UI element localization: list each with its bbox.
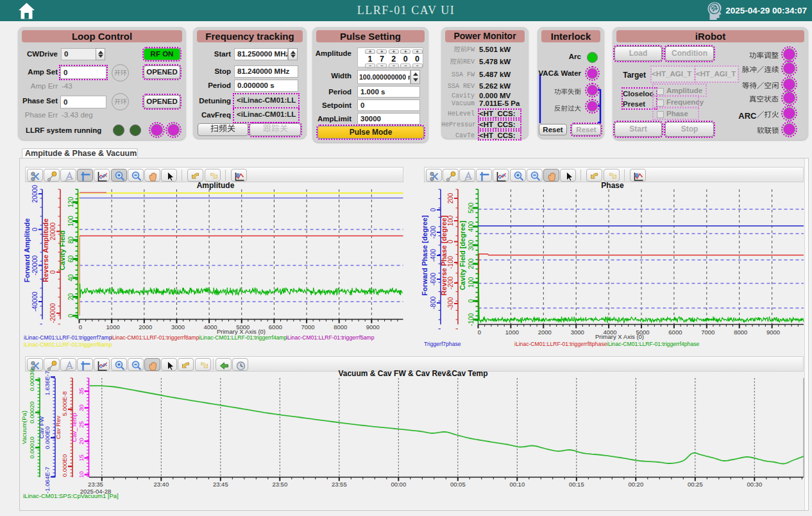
svg-text:-800: -800 bbox=[430, 297, 437, 309]
svg-text:300: 300 bbox=[468, 239, 475, 250]
svg-text:iLinac-CM01:LLRF-01:triggerrf7: iLinac-CM01:LLRF-01:triggerrf7amp bbox=[24, 334, 112, 341]
svg-text:Vacuum & Cav FW & Cav Rev&Cav: Vacuum & Cav FW & Cav Rev&Cav Temp bbox=[338, 369, 487, 378]
svg-text:200: 200 bbox=[468, 258, 475, 269]
svg-text:20000: 20000 bbox=[49, 222, 56, 240]
svg-text:1000: 1000 bbox=[106, 323, 120, 331]
svg-text:00:05: 00:05 bbox=[450, 481, 466, 488]
svg-text:iLinac-CM01:LLRF-01:triggerrf6: iLinac-CM01:LLRF-01:triggerrf6amp bbox=[24, 341, 112, 348]
svg-text:0.000E0: 0.000E0 bbox=[61, 454, 68, 477]
svg-text:00:15: 00:15 bbox=[569, 481, 584, 488]
svg-text:30: 30 bbox=[78, 404, 85, 411]
svg-text:-1.064E-7: -1.064E-7 bbox=[44, 467, 51, 494]
svg-text:iLinac-CM01:LLRF-01:triggerrf8: iLinac-CM01:LLRF-01:triggerrf8phase bbox=[514, 341, 607, 347]
svg-text:400: 400 bbox=[468, 221, 475, 232]
svg-text:iLinac-CM01:LLRF-01:triggerrf4: iLinac-CM01:LLRF-01:triggerrf4phase bbox=[607, 341, 699, 347]
svg-text:23:55: 23:55 bbox=[332, 481, 347, 488]
svg-text:2000: 2000 bbox=[538, 329, 552, 336]
svg-text:-200: -200 bbox=[430, 226, 437, 239]
svg-text:3000: 3000 bbox=[571, 329, 584, 336]
svg-text:25: 25 bbox=[78, 421, 85, 428]
svg-text:23:35: 23:35 bbox=[88, 481, 103, 488]
svg-text:0: 0 bbox=[468, 299, 475, 303]
svg-text:iLinac-CM01:SPS:CpVacuum1 [Pa]: iLinac-CM01:SPS:CpVacuum1 [Pa] bbox=[23, 492, 119, 499]
svg-text:1.636E-7: 1.636E-7 bbox=[44, 371, 51, 396]
svg-text:00:10: 00:10 bbox=[509, 481, 525, 488]
svg-text:-400: -400 bbox=[430, 249, 437, 262]
svg-text:iLinac-CM01:LLRF-01:triggerrf4: iLinac-CM01:LLRF-01:triggerrf4amp bbox=[199, 334, 287, 341]
svg-text:0: 0 bbox=[447, 239, 454, 243]
svg-text:2000: 2000 bbox=[139, 323, 152, 331]
svg-text:0: 0 bbox=[478, 329, 481, 336]
svg-text:7000: 7000 bbox=[301, 323, 314, 331]
svg-text:100: 100 bbox=[447, 215, 454, 226]
svg-text:8000: 8000 bbox=[334, 323, 347, 331]
svg-text:100: 100 bbox=[468, 277, 475, 288]
svg-text:10: 10 bbox=[78, 471, 85, 478]
svg-text:-100: -100 bbox=[447, 256, 454, 269]
svg-text:100: 100 bbox=[67, 216, 74, 227]
svg-text:Cavity Field: Cavity Field bbox=[58, 230, 66, 270]
svg-text:Forward Amplitude: Forward Amplitude bbox=[23, 218, 31, 282]
svg-text:20000: 20000 bbox=[31, 185, 38, 203]
svg-text:00:25: 00:25 bbox=[688, 481, 703, 488]
svg-text:1000: 1000 bbox=[505, 329, 519, 336]
svg-text:9000: 9000 bbox=[766, 329, 780, 336]
svg-text:0: 0 bbox=[49, 270, 56, 274]
svg-text:Phase: Phase bbox=[601, 181, 624, 190]
svg-text:0.00010: 0.00010 bbox=[28, 436, 35, 458]
svg-text:8000: 8000 bbox=[734, 329, 747, 336]
svg-text:iLinac-CM01:LLRF-01:triggerrf8: iLinac-CM01:LLRF-01:triggerrf8amp bbox=[111, 334, 199, 341]
svg-text:Triggerf7phase: Triggerf7phase bbox=[424, 341, 461, 347]
svg-text:7000: 7000 bbox=[701, 329, 715, 336]
svg-text:Reverse Phase [degree]: Reverse Phase [degree] bbox=[440, 215, 448, 295]
svg-text:-200: -200 bbox=[447, 277, 454, 289]
svg-text:20: 20 bbox=[67, 293, 74, 301]
svg-text:35: 35 bbox=[78, 388, 85, 395]
svg-text:0: 0 bbox=[67, 314, 74, 318]
svg-text:Cavity Field [degree]: Cavity Field [degree] bbox=[459, 221, 466, 291]
svg-text:Cav_Temp: Cav_Temp bbox=[71, 413, 78, 442]
svg-text:40: 40 bbox=[67, 274, 74, 282]
svg-text:20: 20 bbox=[78, 438, 85, 445]
svg-text:00:30: 00:30 bbox=[747, 481, 762, 488]
svg-text:00:00: 00:00 bbox=[391, 481, 406, 488]
svg-text:Amplitude: Amplitude bbox=[197, 181, 235, 190]
svg-text:5.000E-8: 5.000E-8 bbox=[61, 391, 68, 417]
svg-text:200: 200 bbox=[447, 193, 454, 203]
svg-text:0: 0 bbox=[430, 208, 437, 212]
svg-text:Cav Rev: Cav Rev bbox=[55, 416, 62, 440]
svg-text:0: 0 bbox=[31, 227, 38, 231]
svg-text:iLinac-CM01:LLRF-01:triggerrf5: iLinac-CM01:LLRF-01:triggerrf5amp bbox=[286, 334, 375, 341]
svg-text:-100: -100 bbox=[468, 313, 475, 326]
svg-text:23:40: 23:40 bbox=[153, 481, 169, 488]
svg-text:-20000: -20000 bbox=[49, 303, 56, 323]
svg-text:0.00030: 0.00030 bbox=[28, 369, 35, 391]
svg-text:-20000: -20000 bbox=[31, 255, 38, 275]
svg-text:Forward Phase [degree]: Forward Phase [degree] bbox=[421, 215, 428, 296]
svg-text:3000: 3000 bbox=[171, 323, 185, 331]
svg-text:0.00020: 0.00020 bbox=[28, 401, 35, 423]
svg-text:-600: -600 bbox=[430, 273, 437, 286]
svg-text:23:45: 23:45 bbox=[213, 481, 228, 488]
svg-text:6000: 6000 bbox=[269, 323, 282, 331]
svg-text:-300: -300 bbox=[447, 297, 454, 310]
svg-text:9000: 9000 bbox=[366, 323, 380, 331]
svg-text:00:20: 00:20 bbox=[628, 481, 643, 488]
svg-text:4000: 4000 bbox=[204, 323, 217, 331]
svg-text:Vacuum(Pa): Vacuum(Pa) bbox=[21, 411, 28, 444]
svg-text:Reverse Amplitude: Reverse Amplitude bbox=[42, 218, 49, 282]
svg-text:6000: 6000 bbox=[668, 329, 682, 336]
svg-text:0: 0 bbox=[79, 323, 82, 331]
svg-text:Cav FW: Cav FW bbox=[38, 417, 45, 438]
svg-text:120: 120 bbox=[67, 196, 74, 207]
svg-text:500: 500 bbox=[468, 202, 475, 213]
svg-text:80: 80 bbox=[67, 236, 74, 244]
svg-text:60: 60 bbox=[67, 255, 74, 263]
svg-text:Primary X Axis (0): Primary X Axis (0) bbox=[595, 333, 644, 340]
svg-text:15: 15 bbox=[78, 454, 85, 461]
svg-text:-40000: -40000 bbox=[31, 291, 38, 312]
svg-text:23:50: 23:50 bbox=[272, 481, 287, 488]
